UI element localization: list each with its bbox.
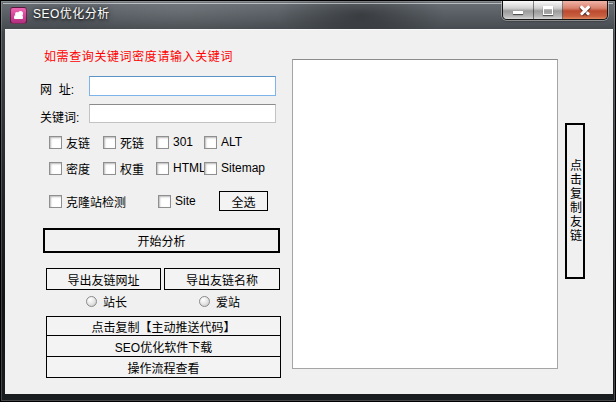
checkbox-weight[interactable]: 权重 xyxy=(103,161,144,175)
app-cloud-icon xyxy=(10,7,27,24)
bottom-button-stack: 点击复制【主动推送代码】 SEO优化软件下载 操作流程查看 xyxy=(46,316,281,378)
radio-circle xyxy=(86,296,97,307)
checkbox-label: ALT xyxy=(221,135,242,149)
checkbox-friend-links[interactable]: 友链 xyxy=(49,135,90,149)
close-button[interactable] xyxy=(563,1,607,19)
checkbox-html[interactable]: HTML xyxy=(156,161,206,175)
close-icon xyxy=(579,4,591,16)
checkbox-box xyxy=(103,136,116,149)
url-label: 网 址: xyxy=(40,80,74,97)
radio-aizhan[interactable]: 爱站 xyxy=(199,295,240,308)
checkbox-label: 克隆站检测 xyxy=(66,193,126,210)
checkbox-box xyxy=(204,136,217,149)
checkbox-label: Sitemap xyxy=(221,161,265,175)
checkbox-box xyxy=(156,162,169,175)
keyword-input[interactable] xyxy=(89,104,276,123)
checkbox-box xyxy=(156,136,169,149)
checkbox-site[interactable]: Site xyxy=(158,194,196,208)
copy-friend-links-button[interactable]: 点击复制友链 xyxy=(565,123,585,279)
url-input[interactable] xyxy=(89,76,276,96)
checkbox-clone-site-detect[interactable]: 克隆站检测 xyxy=(49,194,126,208)
export-link-names-button[interactable]: 导出友链名称 xyxy=(164,268,280,290)
keyword-label: 关键词: xyxy=(40,108,79,125)
checkbox-label: 友链 xyxy=(66,134,90,151)
app-window: SEO优化分析 如需查询关键词密度请输入关键词 网 址: 关键词: 友链 死 xyxy=(0,0,616,402)
copy-push-code-button[interactable]: 点击复制【主动推送代码】 xyxy=(47,317,280,335)
window-title: SEO优化分析 xyxy=(33,1,110,29)
checkbox-box xyxy=(49,162,62,175)
export-link-urls-button[interactable]: 导出友链网址 xyxy=(46,268,161,290)
checkbox-box xyxy=(158,195,171,208)
minimize-icon xyxy=(513,11,523,14)
checkbox-label: Site xyxy=(175,194,196,208)
client-area: 如需查询关键词密度请输入关键词 网 址: 关键词: 友链 死链 301 ALT … xyxy=(5,29,613,394)
title-bar[interactable]: SEO优化分析 xyxy=(1,1,615,29)
checkbox-box xyxy=(49,136,62,149)
maximize-icon xyxy=(543,6,553,15)
minimize-button[interactable] xyxy=(503,1,534,19)
checkbox-label: 死链 xyxy=(120,134,144,151)
checkbox-alt[interactable]: ALT xyxy=(204,135,242,149)
checkbox-density[interactable]: 密度 xyxy=(49,161,90,175)
checkbox-label: 密度 xyxy=(66,160,90,177)
radio-circle xyxy=(199,296,210,307)
checkbox-label: 权重 xyxy=(120,160,144,177)
checkbox-box xyxy=(49,195,62,208)
results-textarea[interactable] xyxy=(292,59,558,369)
checkbox-box xyxy=(103,162,116,175)
checkbox-box xyxy=(204,162,217,175)
checkbox-label: 301 xyxy=(173,135,193,149)
view-process-button[interactable]: 操作流程查看 xyxy=(47,356,280,377)
checkbox-label: HTML xyxy=(173,161,206,175)
maximize-button[interactable] xyxy=(534,1,563,19)
checkbox-dead-links[interactable]: 死链 xyxy=(103,135,144,149)
window-controls xyxy=(502,1,608,20)
radio-zhanzhang[interactable]: 站长 xyxy=(86,295,127,308)
checkbox-sitemap[interactable]: Sitemap xyxy=(204,161,265,175)
radio-label: 站长 xyxy=(103,293,127,310)
cloud-icon xyxy=(14,15,23,19)
seo-software-download-button[interactable]: SEO优化软件下载 xyxy=(47,335,280,356)
start-analysis-button[interactable]: 开始分析 xyxy=(43,228,280,253)
radio-label: 爱站 xyxy=(216,293,240,310)
notice-text: 如需查询关键词密度请输入关键词 xyxy=(44,47,233,64)
checkbox-301[interactable]: 301 xyxy=(156,135,193,149)
select-all-button[interactable]: 全选 xyxy=(219,191,268,211)
copy-friend-links-label: 点击复制友链 xyxy=(567,159,584,243)
